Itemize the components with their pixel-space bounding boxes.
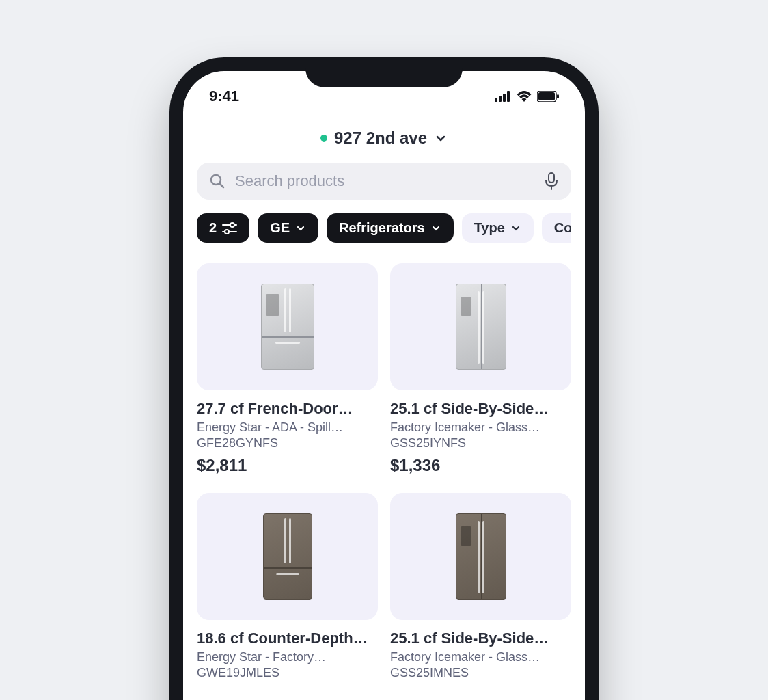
chevron-down-icon (295, 223, 306, 234)
sliders-icon (222, 222, 237, 234)
svg-rect-9 (549, 173, 554, 183)
wifi-icon (517, 91, 532, 102)
product-sku: GSS25IMNES (390, 666, 571, 680)
refrigerator-icon (263, 513, 312, 600)
product-card[interactable]: 18.6 cf Counter-Depth… Energy Star - Fac… (197, 493, 378, 686)
product-title: 25.1 cf Side-By-Side… (390, 400, 571, 418)
status-time: 9:41 (209, 88, 239, 105)
chevron-down-icon (430, 223, 441, 234)
product-image (197, 493, 378, 620)
search-bar[interactable] (197, 163, 571, 200)
product-price: $2,811 (197, 456, 378, 475)
product-sku: GWE19JMLES (197, 666, 378, 680)
chevron-down-icon (434, 131, 448, 145)
refrigerator-icon (261, 284, 314, 370)
chip-label: Color (554, 220, 571, 236)
filter-row: 2 GE Refrigerators Type (197, 213, 571, 243)
location-address: 927 2nd ave (334, 129, 427, 148)
svg-point-12 (230, 223, 234, 227)
chip-label: Refrigerators (339, 220, 425, 236)
product-card[interactable]: 27.7 cf French-Door… Energy Star - ADA -… (197, 263, 378, 475)
product-subtitle: Factory Icemaker - Glass… (390, 650, 571, 664)
product-image (390, 263, 571, 390)
phone-frame: 9:41 927 2nd ave 2 (169, 57, 599, 700)
svg-line-8 (219, 183, 223, 187)
filter-count: 2 (209, 220, 217, 236)
svg-rect-5 (538, 92, 555, 100)
status-icons (495, 91, 559, 102)
filter-chip-type[interactable]: Type (462, 213, 534, 243)
product-title: 18.6 cf Counter-Depth… (197, 630, 378, 647)
filter-chip-refrigerators[interactable]: Refrigerators (327, 213, 454, 243)
svg-point-14 (225, 230, 229, 234)
svg-rect-0 (495, 98, 497, 102)
filter-chip-color[interactable]: Color (542, 213, 571, 243)
svg-rect-6 (557, 94, 559, 98)
product-subtitle: Energy Star - Factory… (197, 650, 378, 664)
microphone-icon[interactable] (544, 172, 559, 190)
product-title: 27.7 cf French-Door… (197, 400, 378, 418)
svg-rect-3 (507, 91, 510, 102)
search-icon (209, 173, 225, 189)
product-image (390, 493, 571, 620)
product-image (197, 263, 378, 390)
svg-rect-1 (499, 96, 502, 102)
search-input[interactable] (235, 172, 534, 190)
chevron-down-icon (510, 223, 521, 234)
phone-screen: 9:41 927 2nd ave 2 (183, 71, 585, 700)
phone-notch (305, 57, 463, 88)
refrigerator-icon (456, 513, 506, 600)
filter-chip-ge[interactable]: GE (258, 213, 318, 243)
cellular-signal-icon (495, 91, 511, 102)
location-active-dot-icon (320, 135, 327, 142)
refrigerator-icon (456, 284, 506, 370)
products-grid: 27.7 cf French-Door… Energy Star - ADA -… (197, 263, 571, 686)
product-subtitle: Energy Star - ADA - Spill… (197, 420, 378, 435)
chip-label: Type (474, 220, 505, 236)
filter-count-button[interactable]: 2 (197, 213, 249, 243)
product-sku: GFE28GYNFS (197, 436, 378, 450)
product-sku: GSS25IYNFS (390, 436, 571, 450)
location-selector[interactable]: 927 2nd ave (197, 129, 571, 148)
product-title: 25.1 cf Side-By-Side… (390, 630, 571, 647)
product-subtitle: Factory Icemaker - Glass… (390, 420, 571, 435)
svg-rect-2 (503, 94, 506, 102)
chip-label: GE (270, 220, 290, 236)
product-card[interactable]: 25.1 cf Side-By-Side… Factory Icemaker -… (390, 493, 571, 686)
product-price: $1,336 (390, 456, 571, 475)
battery-icon (537, 91, 559, 102)
product-card[interactable]: 25.1 cf Side-By-Side… Factory Icemaker -… (390, 263, 571, 475)
